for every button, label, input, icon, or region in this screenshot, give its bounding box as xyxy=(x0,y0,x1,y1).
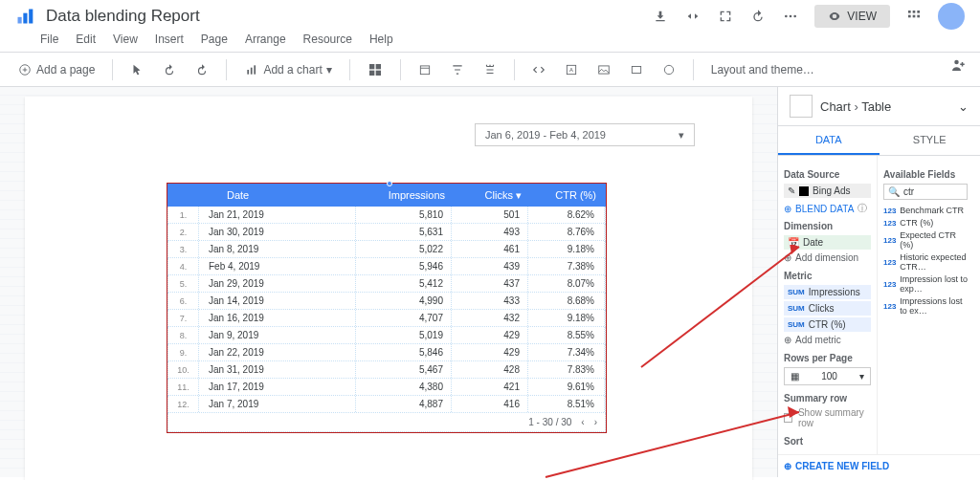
table-row[interactable]: 3.Jan 8, 20195,0224619.18% xyxy=(167,241,606,258)
svg-rect-17 xyxy=(375,64,380,69)
date-range-widget[interactable]: Jan 6, 2019 - Feb 4, 2019 ▾ xyxy=(475,123,695,146)
date-range-control[interactable] xyxy=(412,59,437,80)
community-viz-button[interactable] xyxy=(362,58,389,81)
chart-type-icon[interactable] xyxy=(790,95,813,118)
menu-view[interactable]: View xyxy=(113,33,138,46)
apps-icon[interactable] xyxy=(905,8,923,25)
circle-button[interactable] xyxy=(657,59,681,80)
available-field[interactable]: 123Impressions lost to ex… xyxy=(883,296,968,316)
col-head-impressions[interactable]: Impressions xyxy=(357,184,453,207)
col-head-ctr[interactable]: CTR (%) xyxy=(529,184,606,207)
available-field[interactable]: 123Impression lost to exp… xyxy=(883,274,968,294)
table-row[interactable]: 10.Jan 31, 20195,4674287.83% xyxy=(167,361,606,379)
rows-per-page-select[interactable]: ▦ 100 ▾ xyxy=(784,367,871,385)
add-chart-dropdown[interactable]: Add a chart ▾ xyxy=(238,58,337,81)
view-button[interactable]: VIEW xyxy=(814,5,890,28)
svg-rect-10 xyxy=(913,15,916,18)
plus-icon: ⊕ xyxy=(784,252,791,263)
svg-point-26 xyxy=(954,60,959,65)
menu-insert[interactable]: Insert xyxy=(155,33,184,46)
more-icon[interactable] xyxy=(782,8,799,25)
rectangle-button[interactable] xyxy=(624,59,649,80)
svg-point-4 xyxy=(790,15,792,18)
prev-page-button[interactable]: ‹ xyxy=(581,417,584,427)
menu-page[interactable]: Page xyxy=(201,33,228,46)
table-row[interactable]: 9.Jan 22, 20195,8464297.34% xyxy=(167,344,606,361)
add-dimension-button[interactable]: ⊕ Add dimension xyxy=(784,252,871,263)
add-metric-button[interactable]: ⊕ Add metric xyxy=(784,335,871,345)
svg-rect-16 xyxy=(369,64,374,69)
embed-icon[interactable] xyxy=(684,8,702,25)
field-search-input[interactable]: 🔍 ctr xyxy=(883,184,968,200)
table-row[interactable]: 11.Jan 17, 20194,3804219.61% xyxy=(167,379,606,396)
undo-button[interactable] xyxy=(157,59,182,80)
canvas[interactable]: Jan 6, 2019 - Feb 4, 2019 ▾ Date Impress… xyxy=(0,87,777,477)
filter-control[interactable] xyxy=(445,59,470,80)
image-button[interactable] xyxy=(591,59,616,80)
table-row[interactable]: 1.Jan 21, 20195,8105018.62% xyxy=(167,207,606,224)
menu-help[interactable]: Help xyxy=(369,33,393,46)
expand-icon[interactable]: ⌄ xyxy=(958,99,969,114)
svg-rect-14 xyxy=(251,67,253,74)
tab-data[interactable]: DATA xyxy=(778,126,880,155)
available-field[interactable]: 123Historic expected CTR… xyxy=(883,252,968,272)
available-field[interactable]: 123Benchmark CTR xyxy=(883,206,968,215)
fullscreen-icon[interactable] xyxy=(717,8,734,25)
metric-clicks[interactable]: SUMClicks xyxy=(784,301,871,316)
download-icon[interactable] xyxy=(652,8,669,25)
metric-ctr[interactable]: SUMCTR (%) xyxy=(784,317,871,332)
available-field[interactable]: 123Expected CTR (%) xyxy=(883,230,968,250)
info-icon: ⓘ xyxy=(858,202,867,215)
pager: 1 - 30 / 30 ‹ › xyxy=(167,413,606,432)
table-chart[interactable]: Date Impressions Clicks ▾ CTR (%) 1.Jan … xyxy=(167,183,607,433)
next-page-button[interactable]: › xyxy=(594,417,597,427)
avatar[interactable] xyxy=(938,3,965,30)
section-summary-row: Summary row xyxy=(784,393,871,404)
menu-edit[interactable]: Edit xyxy=(76,33,96,46)
menu-file[interactable]: File xyxy=(40,33,58,46)
svg-rect-1 xyxy=(23,13,27,24)
layout-theme-button[interactable]: Layout and theme… xyxy=(705,59,820,80)
data-source-name: Bing Ads xyxy=(813,185,850,196)
table-row[interactable]: 7.Jan 16, 20194,7074329.18% xyxy=(167,310,606,327)
app-logo xyxy=(15,7,34,26)
blend-data-button[interactable]: ⊕ BLEND DATA ⓘ xyxy=(784,202,871,215)
dimension-date[interactable]: 📅 Date xyxy=(784,235,871,250)
add-page-label: Add a page xyxy=(36,63,95,76)
summary-checkbox[interactable] xyxy=(784,413,792,423)
available-field[interactable]: 123CTR (%) xyxy=(883,218,968,228)
col-head-clicks[interactable]: Clicks ▾ xyxy=(453,184,529,207)
table-row[interactable]: 2.Jan 30, 20195,6314938.76% xyxy=(167,224,606,241)
text-button[interactable]: A xyxy=(559,59,584,80)
select-tool[interactable] xyxy=(124,59,149,80)
svg-point-5 xyxy=(794,15,797,18)
menu-arrange[interactable]: Arrange xyxy=(245,33,286,46)
table-row[interactable]: 8.Jan 9, 20195,0194298.55% xyxy=(167,327,606,344)
add-chart-label: Add a chart xyxy=(263,63,322,76)
svg-rect-19 xyxy=(375,70,380,75)
table-row[interactable]: 4.Feb 4, 20195,9464397.38% xyxy=(167,258,606,275)
tab-style[interactable]: STYLE xyxy=(880,126,981,155)
section-rows-per-page: Rows per Page xyxy=(784,353,871,363)
data-source-chip[interactable]: ✎ Bing Ads xyxy=(784,184,871,198)
plus-icon: ⊕ xyxy=(784,335,791,345)
table-row[interactable]: 6.Jan 14, 20194,9904338.68% xyxy=(167,293,606,310)
table-row[interactable]: 5.Jan 29, 20195,4124378.07% xyxy=(167,275,606,293)
report-page[interactable]: Jan 6, 2019 - Feb 4, 2019 ▾ Date Impress… xyxy=(25,97,752,480)
share-button[interactable] xyxy=(944,53,972,77)
menu-resource[interactable]: Resource xyxy=(303,33,352,46)
doc-title[interactable]: Data blending Report xyxy=(46,7,652,26)
redo-button[interactable] xyxy=(189,59,214,80)
properties-panel: Chart › Table ⌄ DATA STYLE Data Source ✎… xyxy=(777,87,980,477)
refresh-icon[interactable] xyxy=(749,8,767,25)
add-page-button[interactable]: Add a page xyxy=(11,58,100,81)
url-embed-button[interactable] xyxy=(526,59,551,80)
metric-impressions[interactable]: SUMImpressions xyxy=(784,285,871,299)
table-row[interactable]: 12.Jan 7, 20194,8874168.51% xyxy=(167,396,606,413)
data-control[interactable] xyxy=(478,59,502,80)
create-field-button[interactable]: ⊕ CREATE NEW FIELD xyxy=(778,454,980,477)
svg-rect-11 xyxy=(917,15,920,18)
col-head-date[interactable]: Date xyxy=(198,184,357,207)
date-range-text: Jan 6, 2019 - Feb 4, 2019 xyxy=(485,129,606,141)
calendar-icon: 📅 xyxy=(788,237,799,248)
